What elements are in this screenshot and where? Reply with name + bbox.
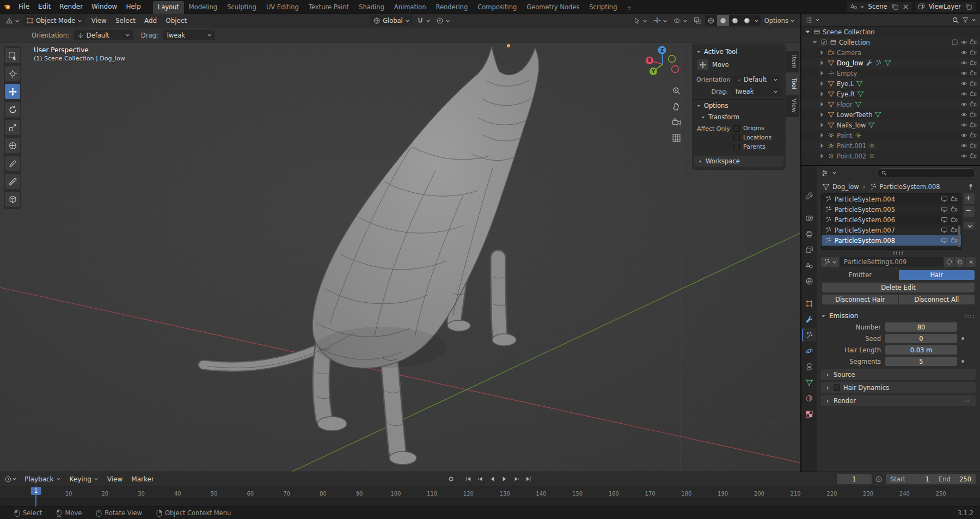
outliner-row-point-002[interactable]: Point.002 xyxy=(801,151,980,161)
emitter-type-button[interactable]: Emitter xyxy=(822,270,898,280)
outliner-row-eye-r[interactable]: Eye.R xyxy=(801,89,980,99)
outliner-row-eye-l[interactable]: Eye.L xyxy=(801,78,980,89)
pan-hand-icon[interactable] xyxy=(672,102,681,111)
transform-tool-button[interactable] xyxy=(5,138,20,153)
display-render-toggle-icon[interactable] xyxy=(951,206,958,213)
timeline-area[interactable] xyxy=(0,499,980,506)
disclosure-arrow-icon[interactable] xyxy=(818,90,825,97)
select-box-tool-button[interactable] xyxy=(5,48,20,63)
viewport-menu-select[interactable]: Select xyxy=(111,14,140,27)
panel-grip-icon[interactable] xyxy=(964,397,971,405)
add-particle-system-button[interactable] xyxy=(964,193,975,204)
frame-start-field[interactable]: Start 1 xyxy=(886,474,934,484)
shading-dropdown-button[interactable] xyxy=(753,15,761,26)
properties-tab-scene[interactable] xyxy=(802,259,816,272)
outliner-row-nails-low[interactable]: Nails_low xyxy=(801,120,980,130)
properties-editor-icon[interactable] xyxy=(821,169,829,177)
timeline-menu-view[interactable]: View xyxy=(103,473,127,486)
disable-render-camera-icon[interactable] xyxy=(970,111,977,118)
disable-render-camera-icon[interactable] xyxy=(970,90,977,97)
disclosure-arrow-icon[interactable] xyxy=(818,111,825,118)
menu-help[interactable]: Help xyxy=(121,0,145,13)
menu-window[interactable]: Window xyxy=(87,0,121,13)
panel-grip-icon[interactable] xyxy=(964,314,976,318)
scale-tool-button[interactable] xyxy=(5,120,20,135)
viewport-3d[interactable]: User Perspective (1) Scene Collection | … xyxy=(0,42,800,472)
hide-viewport-eye-icon[interactable] xyxy=(960,39,967,46)
workspace-tab-modeling[interactable]: Modeling xyxy=(184,1,222,14)
workspace-tab-scripting[interactable]: Scripting xyxy=(584,1,622,14)
property-field-segments[interactable]: 5 xyxy=(885,357,957,366)
shading-wireframe-button[interactable] xyxy=(705,15,717,26)
disclosure-arrow-icon[interactable] xyxy=(804,28,811,35)
snap-toggle-button[interactable] xyxy=(414,15,433,26)
disclosure-arrow-icon[interactable] xyxy=(818,101,825,108)
list-scrollbar[interactable] xyxy=(958,225,960,247)
disable-render-camera-icon[interactable] xyxy=(970,70,977,77)
section-render[interactable]: Render xyxy=(821,395,976,406)
outliner-row-empty[interactable]: Empty xyxy=(801,68,980,78)
new-viewlayer-icon[interactable] xyxy=(965,3,973,11)
proportional-edit-button[interactable] xyxy=(434,15,452,26)
hide-viewport-eye-icon[interactable] xyxy=(960,70,967,77)
display-render-toggle-icon[interactable] xyxy=(951,227,958,234)
display-viewport-toggle-icon[interactable] xyxy=(941,196,948,203)
hide-viewport-eye-icon[interactable] xyxy=(960,111,967,118)
options-panel-header[interactable]: Options xyxy=(692,99,786,112)
transform-orientation-dropdown[interactable]: Global xyxy=(370,15,413,26)
hide-viewport-eye-icon[interactable] xyxy=(960,101,967,108)
particle-specials-button[interactable] xyxy=(964,222,975,229)
workspace-tab-geometry-nodes[interactable]: Geometry Nodes xyxy=(522,1,584,14)
tool-orientation-dropdown[interactable]: Default xyxy=(74,30,133,40)
hide-viewport-eye-icon[interactable] xyxy=(960,132,967,139)
blender-logo-button[interactable] xyxy=(0,0,14,14)
animate-property-dot[interactable] xyxy=(961,337,964,340)
properties-tab-texture[interactable] xyxy=(802,407,816,420)
particle-system-row-particlesystem-006[interactable]: ParticleSystem.006 xyxy=(822,215,961,225)
timeline-menu-playback[interactable]: Playback xyxy=(20,473,65,486)
section-hair-dynamics[interactable]: Hair Dynamics xyxy=(821,382,976,393)
locations-checkbox[interactable] xyxy=(733,135,740,141)
workspace-tab-animation[interactable]: Animation xyxy=(389,1,431,14)
tool-drag-dropdown[interactable]: Tweak xyxy=(163,30,215,40)
disable-render-camera-icon[interactable] xyxy=(970,49,977,56)
sidebar-tab-tool[interactable]: Tool xyxy=(786,74,799,93)
disclosure-arrow-icon[interactable] xyxy=(818,132,825,139)
workspace-panel-header[interactable]: Workspace xyxy=(694,156,783,167)
hide-viewport-eye-icon[interactable] xyxy=(960,121,967,129)
panel-orientation-dropdown[interactable]: Default xyxy=(733,75,781,84)
cursor-tool-button[interactable] xyxy=(5,66,20,81)
unlink-settings-button[interactable] xyxy=(966,257,976,267)
hair-dynamics-checkbox[interactable] xyxy=(834,384,840,391)
jump-to-start-button[interactable] xyxy=(463,474,474,484)
panel-drag-dropdown[interactable]: Tweak xyxy=(731,87,781,96)
properties-tab-constraints[interactable] xyxy=(802,360,816,373)
scene-selector[interactable]: Scene xyxy=(847,2,912,12)
move-tool-button[interactable] xyxy=(5,84,20,99)
outliner-row-dog-low[interactable]: Dog_low xyxy=(801,58,980,68)
disable-render-camera-icon[interactable] xyxy=(970,101,977,108)
fake-user-shield-button[interactable] xyxy=(944,257,954,267)
properties-search-input[interactable] xyxy=(877,168,976,178)
navigation-gizmo[interactable]: Z X Y xyxy=(642,44,683,84)
annotate-tool-button[interactable] xyxy=(5,156,20,171)
clock-icon[interactable] xyxy=(875,475,883,483)
disable-render-camera-icon[interactable] xyxy=(970,152,977,160)
search-icon[interactable] xyxy=(952,16,959,24)
workspace-tab-layout[interactable]: Layout xyxy=(153,1,184,14)
disclosure-arrow-icon[interactable] xyxy=(818,80,825,87)
parents-checkbox[interactable] xyxy=(733,144,740,150)
hide-viewport-eye-icon[interactable] xyxy=(960,142,967,149)
hair-type-button[interactable]: Hair xyxy=(899,270,975,280)
disclosure-arrow-icon[interactable] xyxy=(818,152,825,160)
sidebar-tab-view[interactable]: View xyxy=(786,95,799,117)
outliner-row-scene-collection[interactable]: Scene Collection xyxy=(801,27,980,37)
disconnect-all-button[interactable]: Disconnect All xyxy=(899,295,975,304)
frame-end-field[interactable]: End 250 xyxy=(934,474,976,484)
playhead-frame-tag[interactable]: 1 xyxy=(31,487,41,495)
timeline-menu-keying[interactable]: Keying xyxy=(65,473,103,486)
disconnect-hair-button[interactable]: Disconnect Hair xyxy=(822,295,898,304)
delete-edit-button[interactable]: Delete Edit xyxy=(822,283,975,292)
current-frame-field[interactable]: 1 xyxy=(837,474,872,484)
pin-icon[interactable] xyxy=(967,183,975,191)
